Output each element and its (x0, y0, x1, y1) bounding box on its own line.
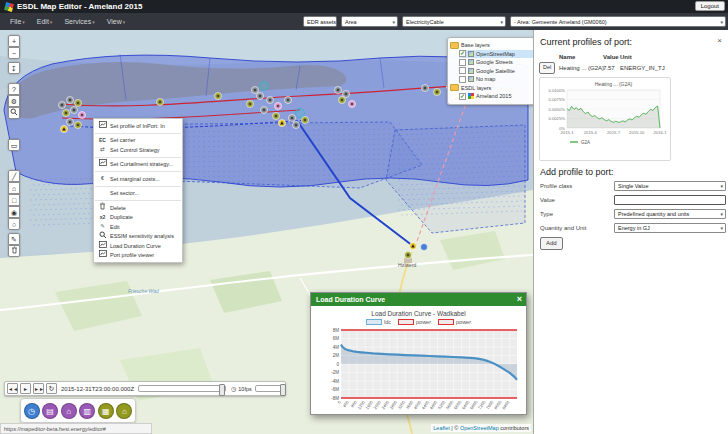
asset-marker[interactable] (405, 252, 412, 259)
layer-item-no-map[interactable]: No map (459, 75, 533, 84)
layer-item-google-satellite[interactable]: Google Satellite (459, 67, 533, 76)
layer-checkbox[interactable]: ✓ (459, 50, 466, 57)
asset-marker[interactable] (279, 120, 286, 127)
menu-file[interactable]: File▾ (10, 18, 25, 25)
layer-checkbox[interactable] (459, 76, 466, 83)
draw-circle-button[interactable]: ○ (8, 218, 20, 230)
map-canvas[interactable]: HolwerdBurdaardBlijeFriesche Wad +−↧?⚙▭╱… (0, 30, 533, 434)
help-button[interactable]: ? (8, 83, 20, 95)
type-select[interactable]: Predefined quantity and units▾ (614, 209, 726, 219)
menu-services[interactable]: Services▾ (64, 18, 94, 25)
draw-rectangle-button[interactable]: □ (8, 194, 20, 206)
asset-marker[interactable] (339, 97, 346, 104)
menu-edit[interactable]: Edit▾ (37, 18, 53, 25)
dialog-title-bar[interactable]: Load Duration Curve× (311, 293, 526, 306)
asset-marker[interactable] (157, 99, 164, 106)
asset-marker[interactable] (260, 82, 269, 91)
asset-marker[interactable] (59, 102, 66, 109)
menu-item-set-marginal-costs[interactable]: €Set marginal costs... (94, 174, 182, 184)
menu-item-edit[interactable]: ✎Edit (94, 222, 182, 232)
menu-item-set-profile-of-inport-in[interactable]: Set profile of InPort: In (94, 121, 182, 131)
edr-assets-button[interactable]: EDR assets (303, 16, 337, 27)
fps-slider-handle[interactable] (280, 384, 286, 396)
edit-layers-button[interactable]: ✎ (8, 233, 20, 245)
step-forward-button[interactable]: ►► (33, 383, 44, 394)
asset-marker[interactable] (67, 97, 74, 104)
add-profile-button[interactable]: Add (540, 237, 563, 250)
layer-item-ameland-2015[interactable]: ✓Ameland 2015 (459, 92, 533, 101)
osm-link[interactable]: OpenStreetMap (460, 425, 499, 431)
layer-checkbox[interactable] (459, 59, 466, 66)
play-button[interactable]: ► (20, 383, 31, 394)
refresh-button[interactable]: ↻ (46, 383, 57, 394)
search-button[interactable] (8, 107, 20, 119)
asset-marker[interactable] (261, 107, 268, 114)
industry-icon[interactable]: ⌂ (116, 403, 132, 419)
battery-icon[interactable]: ▥ (79, 403, 95, 419)
asset-marker[interactable] (75, 100, 82, 107)
fps-slider[interactable] (255, 385, 285, 392)
asset-marker[interactable] (79, 112, 86, 119)
layer-checkbox[interactable]: ✓ (459, 93, 466, 100)
time-slider[interactable] (138, 385, 226, 392)
asset-marker[interactable] (273, 113, 280, 120)
area-select[interactable]: - Area: Gemeente Ameland (GM0060)▾ (510, 16, 726, 27)
asset-marker[interactable] (247, 101, 254, 108)
grid-icon[interactable]: ▦ (98, 403, 114, 419)
asset-marker[interactable] (67, 119, 74, 126)
value-input[interactable] (614, 195, 726, 205)
asset-marker[interactable] (421, 244, 428, 251)
layer-item-google-streets[interactable]: Google Streets (459, 58, 533, 67)
download-button[interactable]: ↧ (8, 62, 20, 74)
delete-profile-button[interactable]: Del (539, 62, 555, 74)
asset-marker[interactable] (61, 126, 68, 133)
menu-item-set-sector[interactable]: Set sector... (94, 189, 182, 199)
comment-button[interactable]: ▭ (8, 139, 20, 151)
quantity-unit-select[interactable]: Energy in GJ▾ (614, 223, 726, 233)
asset-marker[interactable] (267, 97, 274, 104)
factory-icon[interactable]: ⌂ (61, 403, 77, 419)
close-icon[interactable]: × (717, 36, 722, 45)
menu-item-set-carrier[interactable]: ECSet carrier (94, 136, 182, 146)
asset-marker[interactable] (285, 97, 292, 104)
step-back-button[interactable]: ◄◄ (7, 383, 18, 394)
asset-marker[interactable] (289, 115, 296, 122)
asset-marker[interactable] (252, 87, 259, 94)
draw-polyline-button[interactable]: ╱ (8, 170, 20, 182)
asset-marker[interactable] (215, 93, 222, 100)
asset-marker[interactable] (296, 109, 305, 118)
layer-group-header[interactable]: ESDL layers (450, 84, 533, 93)
asset-marker[interactable] (343, 91, 350, 98)
building-icon[interactable]: ▤ (42, 403, 58, 419)
close-icon[interactable]: × (517, 293, 522, 306)
asset-marker[interactable] (71, 107, 78, 114)
settings-button[interactable]: ⚙ (8, 95, 20, 107)
menu-view[interactable]: View▾ (107, 18, 126, 25)
menu-item-duplicate[interactable]: x2Duplicate (94, 213, 182, 223)
asset-marker[interactable] (275, 103, 282, 110)
menu-item-port-profile-viewer[interactable]: Port profile viewer (94, 251, 182, 261)
asset-marker[interactable] (293, 122, 300, 129)
zoom-in-button[interactable]: + (8, 35, 20, 47)
delete-layers-button[interactable] (8, 245, 20, 257)
menu-item-load-duration-curve[interactable]: Load Duration Curve (94, 241, 182, 251)
asset-type-select[interactable]: ElectricityCable▾ (402, 16, 506, 27)
asset-marker[interactable] (410, 243, 417, 250)
asset-marker[interactable] (75, 122, 82, 129)
asset-marker[interactable] (349, 101, 356, 108)
asset-marker[interactable] (302, 117, 309, 124)
layer-item-openstreetmap[interactable]: ✓OpenStreetMap (459, 50, 533, 59)
leaflet-link[interactable]: Leaflet (433, 425, 450, 431)
asset-marker[interactable] (434, 89, 441, 96)
layer-checkbox[interactable] (459, 67, 466, 74)
time-slider-handle[interactable] (219, 384, 225, 396)
logout-button[interactable]: Logout (695, 1, 725, 11)
menu-item-delete[interactable]: Delete (94, 203, 182, 213)
layer-group-header[interactable]: Base layers (450, 41, 533, 50)
menu-item-set-control-strategy[interactable]: ⇄Set Control Strategy (94, 145, 182, 155)
draw-polygon-button[interactable]: ⌂ (8, 182, 20, 194)
asset-marker[interactable] (422, 85, 429, 92)
asset-select[interactable]: Area▾ (341, 16, 398, 27)
menu-item-essim-sensitivity-analysis[interactable]: ESSIM sensitivity analysis (94, 232, 182, 242)
asset-marker[interactable] (335, 87, 342, 94)
